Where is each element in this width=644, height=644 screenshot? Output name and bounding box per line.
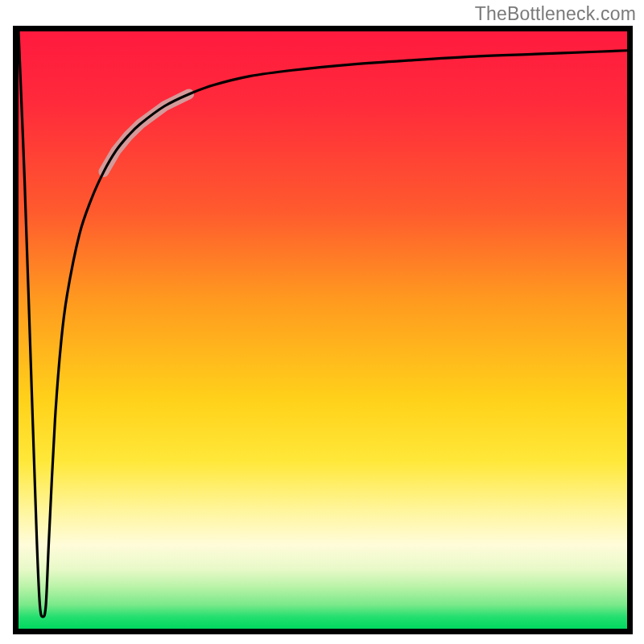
watermark-text: TheBottleneck.com: [475, 3, 636, 25]
bottleneck-curve-path: [19, 31, 627, 617]
plot-frame: [13, 26, 633, 634]
curve-highlight-segment: [104, 94, 189, 171]
curve-svg: [19, 31, 627, 629]
chart-stage: TheBottleneck.com: [0, 0, 644, 644]
